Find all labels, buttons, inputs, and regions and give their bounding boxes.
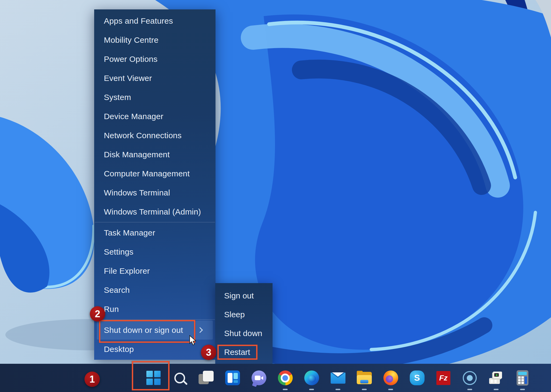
menu-item-computer-management[interactable]: Computer Management xyxy=(94,164,216,183)
widgets-icon xyxy=(225,370,240,385)
running-indicator xyxy=(283,389,288,390)
taskbar-filezilla-button[interactable]: Fz xyxy=(430,364,457,392)
highlight-box-restart xyxy=(217,345,257,360)
submenu-item-sleep[interactable]: Sleep xyxy=(215,305,273,324)
running-indicator xyxy=(388,389,393,390)
task-view-icon xyxy=(199,371,214,385)
3d-printer-icon xyxy=(489,372,503,384)
firefox-icon xyxy=(383,370,398,385)
calculator-icon xyxy=(517,370,528,386)
taskbar-chrome-button[interactable] xyxy=(272,364,298,392)
step-badge-2: 2 xyxy=(90,306,105,322)
taskbar-icon-group: S Fz xyxy=(140,364,536,392)
screen-recorder-icon xyxy=(463,371,477,385)
taskbar-firefox-button[interactable] xyxy=(377,364,404,392)
menu-item-system[interactable]: System xyxy=(94,88,216,107)
running-indicator xyxy=(494,389,499,390)
menu-item-network-connections[interactable]: Network Connections xyxy=(94,126,216,145)
menu-item-windows-terminal-admin[interactable]: Windows Terminal (Admin) xyxy=(94,202,216,221)
taskbar-skype-button[interactable]: S xyxy=(404,364,430,392)
menu-item-device-manager[interactable]: Device Manager xyxy=(94,107,216,126)
mouse-cursor xyxy=(189,335,198,346)
menu-separator xyxy=(95,319,215,320)
chrome-icon xyxy=(278,370,293,385)
taskbar-screen-recorder-button[interactable] xyxy=(457,364,483,392)
taskbar-widgets-button[interactable] xyxy=(219,364,246,392)
file-explorer-icon xyxy=(357,372,372,384)
running-indicator xyxy=(467,389,472,390)
taskbar-chat-button[interactable] xyxy=(246,364,272,392)
menu-item-windows-terminal[interactable]: Windows Terminal xyxy=(94,183,216,202)
menu-item-settings[interactable]: Settings xyxy=(94,242,216,261)
taskbar-mail-button[interactable] xyxy=(325,364,351,392)
taskbar-file-explorer-button[interactable] xyxy=(351,364,377,392)
menu-item-file-explorer[interactable]: File Explorer xyxy=(94,261,216,280)
desktop: { "menu": { "groups": [ ["Apps and Featu… xyxy=(0,0,551,392)
chevron-right-icon xyxy=(197,327,203,333)
menu-item-mobility-centre[interactable]: Mobility Centre xyxy=(94,30,216,49)
highlight-box-start-button xyxy=(132,361,169,390)
taskbar-edge-button[interactable] xyxy=(298,364,325,392)
running-indicator xyxy=(520,389,525,390)
taskbar-search-button[interactable] xyxy=(167,364,193,392)
filezilla-icon: Fz xyxy=(436,371,450,385)
menu-item-power-options[interactable]: Power Options xyxy=(94,49,216,69)
skype-icon: S xyxy=(410,370,425,385)
menu-item-disk-management[interactable]: Disk Management xyxy=(94,145,216,164)
submenu-item-shut-down[interactable]: Shut down xyxy=(215,324,273,343)
mail-icon xyxy=(331,372,345,384)
step-badge-1: 1 xyxy=(84,372,100,387)
running-indicator xyxy=(335,389,340,390)
highlight-box-shut-down-or-sign-out xyxy=(99,320,195,343)
taskbar: S Fz xyxy=(0,364,551,392)
menu-item-event-viewer[interactable]: Event Viewer xyxy=(94,69,216,88)
edge-icon xyxy=(304,370,319,385)
search-icon xyxy=(174,373,185,383)
menu-item-task-manager[interactable]: Task Manager xyxy=(94,223,216,242)
running-indicator xyxy=(362,389,367,390)
step-badge-3: 3 xyxy=(201,345,216,360)
winx-menu: Apps and Features Mobility Centre Power … xyxy=(94,9,216,360)
taskbar-3d-printer-button[interactable] xyxy=(483,364,509,392)
taskbar-task-view-button[interactable] xyxy=(193,364,219,392)
menu-item-run[interactable]: Run xyxy=(94,300,216,319)
menu-separator xyxy=(95,222,215,222)
taskbar-calculator-button[interactable] xyxy=(509,364,536,392)
running-indicator xyxy=(309,389,314,390)
submenu-item-sign-out[interactable]: Sign out xyxy=(215,286,273,305)
wallpaper-bloom xyxy=(0,0,551,392)
chat-video-icon xyxy=(252,370,266,385)
menu-item-search[interactable]: Search xyxy=(94,280,216,300)
menu-item-apps-and-features[interactable]: Apps and Features xyxy=(94,11,216,30)
